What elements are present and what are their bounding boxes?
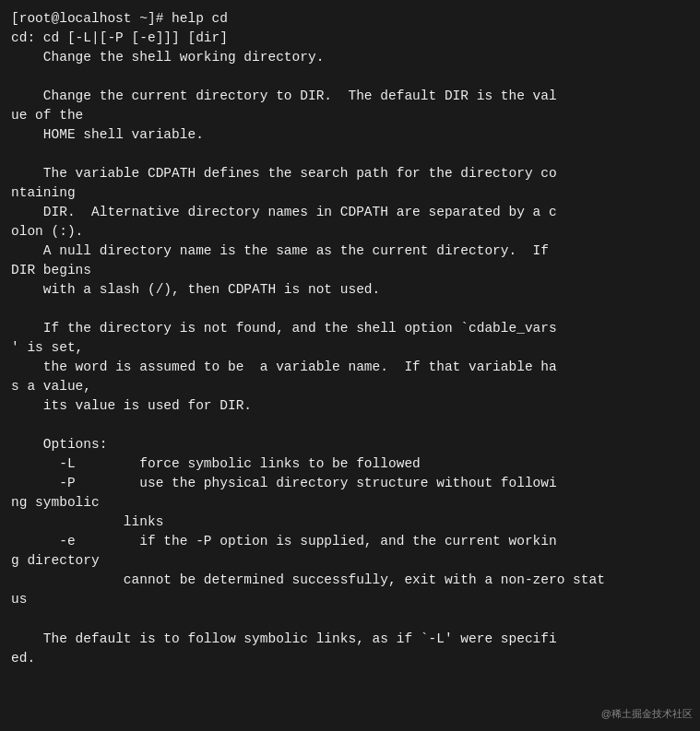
watermark: @稀土掘金技术社区 (601, 707, 693, 722)
terminal-output: [root@localhost ~]# help cd cd: cd [-L|[… (11, 9, 689, 668)
terminal-window: [root@localhost ~]# help cd cd: cd [-L|[… (0, 0, 700, 731)
